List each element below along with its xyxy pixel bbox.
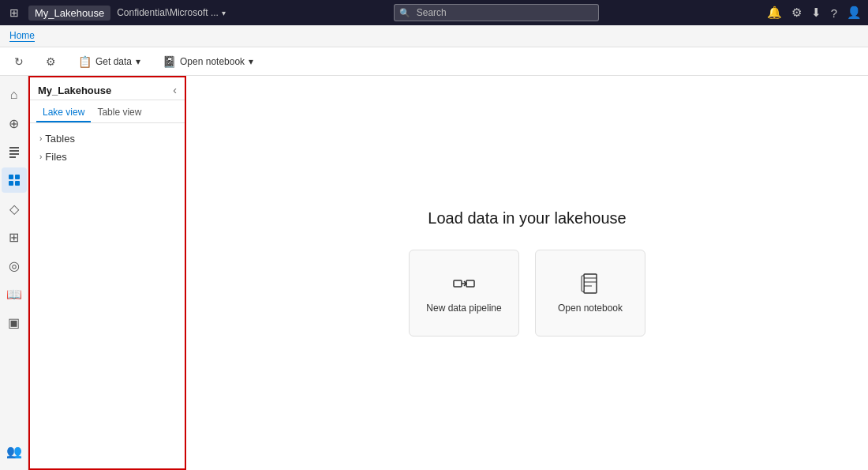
svg-rect-1 [9, 150, 19, 152]
notification-icon[interactable]: 🔔 [767, 6, 782, 20]
sidebar-item-create[interactable]: ⊕ [2, 111, 27, 136]
search-input[interactable] [394, 4, 599, 21]
app-name-label[interactable]: My_Lakehouse [28, 6, 110, 21]
sidebar-item-learn[interactable]: 📖 [2, 281, 27, 306]
svg-rect-5 [15, 175, 20, 179]
svg-rect-15 [582, 276, 584, 291]
content-title: Load data in your lakehouse [428, 209, 626, 227]
topbar-actions: 🔔 ⚙ ⬇ ? 👤 [767, 6, 862, 20]
pipeline-icon [453, 273, 475, 295]
sidebar-item-people[interactable]: 👥 [2, 438, 27, 464]
left-nav: ⌂ ⊕ ◇ ⊞ ◎ 📖 ▣ 👥 [0, 76, 28, 470]
svg-rect-9 [466, 280, 474, 287]
breadcrumb-bar: Home [0, 25, 868, 47]
sidebar-item-home[interactable]: ⌂ [2, 82, 27, 107]
get-data-button[interactable]: 📋 Get data ▾ [73, 53, 145, 70]
svg-rect-4 [9, 175, 13, 179]
svg-rect-8 [454, 280, 462, 287]
open-notebook-label: Open notebook [180, 56, 245, 67]
get-data-icon: 📋 [78, 55, 92, 68]
side-panel-title: My_Lakehouse [38, 85, 111, 96]
breadcrumb-chevron-icon[interactable]: ▾ [222, 9, 226, 17]
tree-item-tables-label: Tables [45, 133, 75, 145]
browse-icon [8, 145, 21, 158]
svg-rect-11 [584, 274, 597, 293]
sidebar-item-monitor[interactable]: ◎ [2, 253, 27, 278]
toolbar-gear-icon: ⚙ [46, 55, 56, 68]
toolbar: ↻ ⚙ 📋 Get data ▾ 📓 Open notebook ▾ [0, 47, 868, 76]
open-notebook-chevron-icon: ▾ [249, 56, 253, 67]
tree-item-tables[interactable]: › Tables [30, 130, 185, 148]
tab-lake-view[interactable]: Lake view [36, 103, 91, 122]
breadcrumb: Confidential\Microsoft ... ▾ [117, 7, 226, 18]
pipeline-card-label: New data pipeline [426, 303, 501, 314]
get-data-label: Get data [95, 56, 132, 67]
new-data-pipeline-card[interactable]: New data pipeline [409, 250, 519, 337]
refresh-button[interactable]: ↻ [9, 53, 28, 70]
files-chevron-icon: › [39, 152, 42, 161]
side-panel-tabs: Lake view Table view [30, 100, 185, 123]
notebook-icon [579, 273, 601, 295]
user-avatar[interactable]: 👤 [847, 6, 862, 20]
refresh-icon: ↻ [14, 55, 24, 68]
svg-rect-7 [15, 181, 20, 186]
svg-rect-3 [9, 156, 16, 158]
data-hub-icon [8, 174, 21, 186]
help-icon[interactable]: ? [831, 6, 837, 20]
sidebar-item-data[interactable] [2, 167, 27, 193]
sidebar-item-activities[interactable]: ◇ [2, 196, 27, 221]
settings-icon[interactable]: ⚙ [791, 6, 802, 20]
svg-rect-0 [9, 147, 19, 149]
tab-table-view[interactable]: Table view [91, 103, 148, 122]
side-panel: My_Lakehouse ‹ Lake view Table view › Ta… [28, 76, 186, 470]
notebook-card-label: Open notebook [558, 303, 623, 314]
tables-chevron-icon: › [39, 134, 42, 143]
tree-item-files-label: Files [45, 151, 66, 163]
open-notebook-card[interactable]: Open notebook [535, 250, 645, 337]
sidebar-item-browse[interactable] [2, 139, 27, 164]
side-panel-close-button[interactable]: ‹ [173, 84, 177, 96]
side-panel-content: › Tables › Files [30, 123, 185, 468]
tree-item-files[interactable]: › Files [30, 148, 185, 166]
apps-grid-icon[interactable]: ⊞ [6, 5, 22, 21]
main-area: ⌂ ⊕ ◇ ⊞ ◎ 📖 ▣ 👥 My_Lakehouse [0, 76, 868, 470]
search-container: 🔍 [394, 4, 599, 21]
sidebar-item-console[interactable]: ▣ [2, 310, 27, 335]
breadcrumb-text[interactable]: Confidential\Microsoft ... [117, 7, 219, 18]
download-icon[interactable]: ⬇ [811, 6, 821, 20]
sidebar-item-workspaces[interactable]: ⊞ [2, 224, 27, 250]
open-notebook-button[interactable]: 📓 Open notebook ▾ [158, 53, 258, 70]
cards-row: New data pipeline Open notebook [409, 250, 645, 337]
home-breadcrumb-link[interactable]: Home [9, 30, 35, 42]
open-notebook-icon: 📓 [163, 55, 176, 68]
search-icon: 🔍 [399, 8, 410, 18]
svg-rect-6 [9, 181, 13, 186]
side-panel-header: My_Lakehouse ‹ [30, 77, 185, 100]
toolbar-settings-button[interactable]: ⚙ [41, 53, 61, 70]
get-data-chevron-icon: ▾ [136, 56, 140, 67]
content-area: Load data in your lakehouse New data pip… [186, 76, 868, 470]
topbar: ⊞ My_Lakehouse Confidential\Microsoft ..… [0, 0, 868, 25]
svg-rect-2 [9, 153, 19, 155]
